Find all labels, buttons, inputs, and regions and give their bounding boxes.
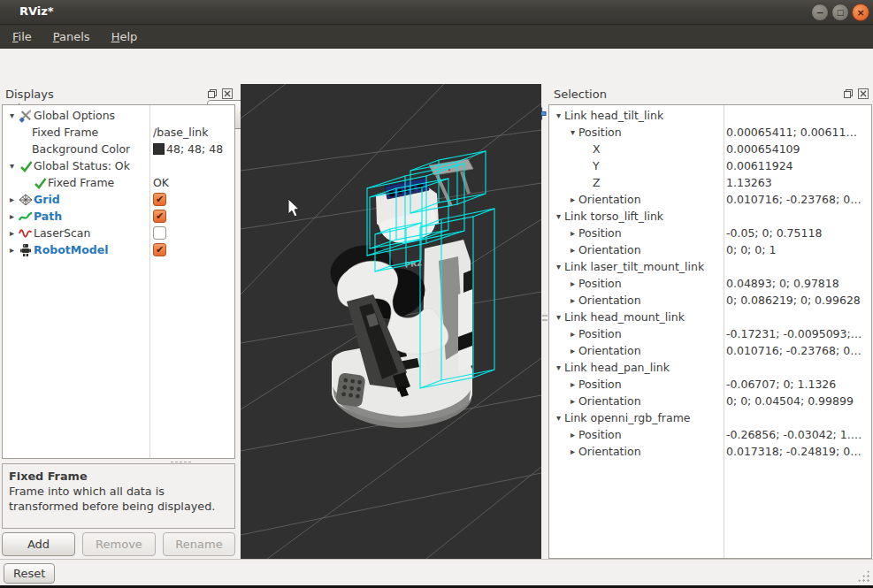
selection-row[interactable]: ▸Orientation0.017318; -0.24819; 0… [549,443,871,460]
selection-row[interactable]: ▸Position0.04893; 0; 0.97818 [549,275,871,292]
row-value[interactable]: -0.17231; -0.0095093;… [726,325,870,342]
expander-icon[interactable]: ▾ [553,258,564,275]
expander-icon[interactable]: ▸ [567,225,578,241]
expander-icon[interactable]: ▾ [6,157,18,174]
row-value[interactable]: 0.017318; -0.24819; 0… [726,443,870,460]
row-value[interactable]: 0; 0; 0; 1 [726,241,870,258]
expander-icon[interactable]: ▸ [6,225,18,241]
expander-icon[interactable]: ▸ [567,376,578,393]
menu-help[interactable]: Help [110,28,140,45]
display-row[interactable]: ▸Grid✔ [3,191,234,208]
minimize-button[interactable]: − [811,4,829,21]
selection-float-button[interactable] [842,88,854,99]
row-value[interactable]: 0.00065411; 0.00611… [726,124,870,141]
row-value[interactable]: ✔ [153,208,234,225]
expander-icon[interactable]: ▸ [6,241,18,258]
selection-row[interactable]: ▾Link head_mount_link [549,309,871,325]
selection-row[interactable]: ▾Link openni_rgb_frame [549,409,871,426]
window-resize-grip[interactable] [857,569,869,582]
row-value[interactable]: 1.13263 [726,174,870,191]
add-button[interactable]: Add [2,532,75,556]
row-value[interactable]: OK [153,174,234,191]
expander-icon[interactable]: ▸ [567,241,578,258]
selection-row[interactable]: Z1.13263 [549,174,871,191]
row-value[interactable]: 0.000654109 [726,141,870,157]
expander-icon[interactable]: ▸ [567,325,578,342]
selection-tree[interactable]: ▾Link head_tilt_link▾Position0.00065411;… [548,104,872,559]
reset-button[interactable]: Reset [4,563,55,584]
row-value[interactable]: /base_link [153,124,234,141]
3d-viewport[interactable]: PR2 [241,84,541,559]
expander-icon[interactable]: ▸ [6,208,18,225]
row-value[interactable]: -0.06707; 0; 1.1326 [726,376,870,393]
expander-icon[interactable]: ▸ [567,426,578,443]
remove-button[interactable]: Remove [82,532,156,556]
selection-row[interactable]: ▸Position-0.26856; -0.03042; 1.… [549,426,871,443]
expander-icon[interactable]: ▾ [553,107,564,124]
selection-row[interactable]: ▾Link head_tilt_link [549,107,871,124]
displays-float-button[interactable] [206,88,218,99]
expander-icon[interactable]: ▾ [6,107,18,124]
expander-icon[interactable]: ▾ [553,208,564,225]
expander-icon[interactable]: ▸ [567,191,578,208]
selection-row[interactable]: X0.000654109 [549,141,871,157]
expander-icon[interactable]: ▸ [567,275,578,292]
expander-icon[interactable]: ▾ [567,124,578,141]
expander-icon[interactable]: ▸ [567,342,578,359]
selection-row[interactable]: ▸Orientation0.010716; -0.23768; 0… [549,342,871,359]
rename-button[interactable]: Rename [163,532,235,556]
selection-row[interactable]: ▸Position-0.05; 0; 0.75118 [549,225,871,241]
row-value[interactable]: 0.010716; -0.23768; 0… [726,342,870,359]
row-value[interactable]: ✔ [153,191,234,208]
expander-icon[interactable]: ▸ [567,443,578,460]
selection-row[interactable]: ▸Orientation0.010716; -0.23768; 0… [549,191,871,208]
color-swatch[interactable] [153,143,165,155]
row-value[interactable]: -0.05; 0; 0.75118 [726,225,870,241]
row-value[interactable]: 0.04893; 0; 0.97818 [726,275,870,292]
selection-row[interactable]: ▸Orientation0; 0.086219; 0; 0.99628 [549,292,871,309]
selection-row[interactable]: Y0.00611924 [549,157,871,174]
row-value[interactable]: ✔ [153,241,234,258]
displays-tree[interactable]: ▾Global OptionsFixed Frame/base_linkBack… [2,104,235,459]
display-row[interactable]: ▾Global Options [3,107,234,124]
selection-row[interactable]: ▸Orientation0; 0; 0.04504; 0.99899 [549,393,871,409]
vertical-splitter-handle[interactable] [542,312,548,332]
expander-icon[interactable]: ▸ [567,393,578,409]
row-value[interactable]: 0; 0.086219; 0; 0.99628 [726,292,870,309]
maximize-button[interactable]: □ [831,4,849,21]
selection-row[interactable]: ▸Position-0.06707; 0; 1.1326 [549,376,871,393]
display-row[interactable]: Fixed FrameOK [3,174,234,191]
selection-row[interactable]: ▸Orientation0; 0; 0; 1 [549,241,871,258]
selection-row[interactable]: ▾Link head_pan_link [549,359,871,376]
enable-checkbox[interactable]: ✔ [153,243,166,256]
row-value[interactable]: 0.010716; -0.23768; 0… [726,191,870,208]
expander-icon[interactable]: ▾ [553,309,564,325]
selection-row[interactable]: ▾Link laser_tilt_mount_link [549,258,871,275]
displays-close-button[interactable] [221,88,233,99]
display-row[interactable]: ▸RobotModel✔ [3,241,234,258]
titlebar[interactable]: RViz* − □ × [0,0,873,25]
selection-row[interactable]: ▾Link torso_lift_link [549,208,871,225]
expander-icon[interactable]: ▾ [553,359,564,376]
menu-file[interactable]: File [11,28,34,45]
menu-panels[interactable]: Panels [51,28,92,45]
row-value[interactable]: 48; 48; 48 [153,141,234,157]
display-row[interactable]: Fixed Frame/base_link [3,124,234,141]
row-value[interactable]: 0.00611924 [726,157,870,174]
close-button[interactable]: × [852,4,869,21]
selection-close-button[interactable] [857,88,869,99]
row-value[interactable]: ✔ [153,225,234,241]
row-value[interactable]: 0; 0; 0.04504; 0.99899 [726,393,870,409]
expander-icon[interactable]: ▸ [6,191,18,208]
selection-row[interactable]: ▸Position-0.17231; -0.0095093;… [549,325,871,342]
expander-icon[interactable]: ▸ [567,292,578,309]
enable-checkbox[interactable]: ✔ [153,210,166,223]
enable-checkbox[interactable]: ✔ [153,193,166,206]
display-row[interactable]: ▸LaserScan✔ [3,225,234,241]
expander-icon[interactable]: ▾ [553,409,564,426]
enable-checkbox[interactable]: ✔ [153,226,166,240]
display-row[interactable]: Background Color48; 48; 48 [3,141,234,157]
selection-row[interactable]: ▾Position0.00065411; 0.00611… [549,124,871,141]
display-row[interactable]: ▸Path✔ [3,208,234,225]
display-row[interactable]: ▾Global Status: Ok [3,157,234,174]
